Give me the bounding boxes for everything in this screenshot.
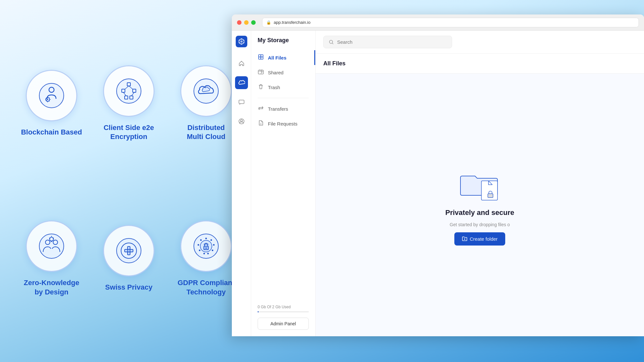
cloud-icon bbox=[193, 78, 219, 104]
create-folder-button[interactable]: Create folder bbox=[454, 232, 506, 246]
empty-illustration bbox=[454, 165, 506, 203]
nav-item-file-requests[interactable]: File Requests bbox=[251, 116, 315, 131]
svg-point-16 bbox=[39, 234, 64, 258]
feature-circle-zeroknowledge bbox=[26, 220, 77, 272]
feature-zeroknowledge: Zero-Knowledgeby Design bbox=[24, 220, 79, 297]
svg-point-31 bbox=[199, 250, 200, 251]
browser-titlebar: 🔒 app.transferchain.io bbox=[232, 14, 644, 31]
svg-rect-41 bbox=[259, 55, 261, 57]
sidebar-home-icon[interactable] bbox=[235, 57, 248, 70]
nav-divider bbox=[258, 98, 309, 98]
traffic-light-red[interactable] bbox=[237, 20, 242, 25]
feature-blockchain: Blockchain Based bbox=[21, 70, 82, 137]
all-files-icon bbox=[258, 54, 264, 61]
svg-point-28 bbox=[212, 250, 213, 251]
app-content: My Storage All Files bbox=[232, 31, 644, 336]
svg-text:GDPR: GDPR bbox=[204, 243, 209, 245]
svg-rect-43 bbox=[259, 57, 261, 59]
gdpr-icon: GDPR bbox=[193, 233, 219, 259]
search-icon bbox=[329, 40, 334, 45]
traffic-light-yellow[interactable] bbox=[244, 20, 249, 25]
transfers-icon bbox=[258, 105, 264, 112]
transfers-svg bbox=[258, 105, 264, 111]
all-files-svg bbox=[258, 54, 264, 60]
admin-panel-button[interactable]: Admin Panel bbox=[258, 318, 309, 330]
all-files-section-header: All Files bbox=[316, 54, 644, 74]
svg-point-40 bbox=[241, 120, 242, 122]
browser-window: 🔒 app.transferchain.io bbox=[232, 14, 644, 336]
nav-label-shared: Shared bbox=[268, 70, 283, 75]
main-content: All Files bbox=[316, 31, 644, 336]
create-folder-icon bbox=[462, 236, 467, 241]
swiss-privacy-icon bbox=[116, 238, 142, 264]
empty-state-svg bbox=[454, 165, 506, 203]
cloud-nav-icon bbox=[238, 80, 245, 86]
feature-label-gdpr: GDPR CompliantTechnology bbox=[177, 278, 234, 297]
create-folder-label: Create folder bbox=[470, 236, 498, 242]
svg-point-29 bbox=[207, 253, 209, 254]
empty-state-title: Privately and secure bbox=[445, 209, 514, 217]
feature-encryption: Client Side e2eEncryption bbox=[103, 65, 155, 142]
empty-state: Privately and secure Get started by drop… bbox=[316, 74, 644, 336]
empty-state-subtitle: Get started by dropping files o bbox=[450, 222, 510, 227]
nav-label-all-files: All Files bbox=[268, 55, 287, 60]
trash-svg bbox=[258, 84, 264, 89]
feature-label-swissprivacy: Swiss Privacy bbox=[105, 283, 153, 292]
nav-item-all-files[interactable]: All Files bbox=[251, 50, 315, 65]
nav-label-file-requests: File Requests bbox=[268, 121, 298, 126]
traffic-light-green[interactable] bbox=[251, 20, 256, 25]
shared-icon bbox=[258, 69, 264, 76]
encryption-icon bbox=[116, 78, 142, 104]
svg-rect-23 bbox=[125, 249, 133, 252]
zeroknowledge-icon bbox=[39, 233, 64, 259]
sidebar-user-icon[interactable] bbox=[235, 115, 248, 128]
storage-bar-fill bbox=[258, 311, 259, 312]
feature-circle-encryption bbox=[103, 65, 155, 117]
feature-circle-swissprivacy bbox=[103, 225, 155, 276]
feature-circle-blockchain bbox=[26, 70, 77, 121]
storage-label: 0 Gb Of 2 Gb Used bbox=[258, 305, 309, 309]
svg-point-26 bbox=[211, 239, 212, 241]
all-files-title: All Files bbox=[323, 60, 346, 67]
svg-point-25 bbox=[205, 238, 207, 239]
feature-circle-multicloud bbox=[180, 65, 232, 117]
storage-bar bbox=[258, 311, 309, 312]
svg-rect-48 bbox=[488, 194, 493, 198]
search-box[interactable] bbox=[323, 36, 452, 48]
feature-swissprivacy: Swiss Privacy bbox=[103, 225, 155, 292]
feature-circle-gdpr: GDPR bbox=[180, 220, 232, 272]
browser-url-bar[interactable]: 🔒 app.transferchain.io bbox=[262, 18, 639, 27]
nav-sidebar: My Storage All Files bbox=[251, 31, 316, 336]
feature-label-zeroknowledge: Zero-Knowledgeby Design bbox=[24, 278, 79, 297]
svg-point-46 bbox=[329, 40, 333, 43]
sidebar-cloud-icon[interactable] bbox=[235, 76, 248, 89]
nav-item-transfers[interactable]: Transfers bbox=[251, 101, 315, 116]
svg-point-30 bbox=[204, 253, 205, 254]
feature-multicloud: DistributedMulti Cloud bbox=[180, 65, 232, 142]
sidebar-chat-icon[interactable] bbox=[235, 96, 248, 108]
nav-item-shared[interactable]: Shared bbox=[251, 65, 315, 80]
file-requests-icon bbox=[258, 120, 264, 127]
svg-point-3 bbox=[47, 99, 48, 100]
trash-icon bbox=[258, 84, 264, 91]
svg-point-32 bbox=[198, 244, 199, 246]
logo-icon bbox=[238, 38, 245, 45]
svg-rect-44 bbox=[261, 57, 263, 59]
main-header bbox=[316, 31, 644, 54]
app-logo[interactable] bbox=[236, 36, 247, 47]
url-text: app.transferchain.io bbox=[274, 20, 310, 25]
shared-svg bbox=[258, 69, 264, 75]
nav-label-trash: Trash bbox=[268, 85, 280, 90]
svg-point-33 bbox=[200, 239, 202, 241]
svg-rect-38 bbox=[239, 100, 244, 104]
nav-item-trash[interactable]: Trash bbox=[251, 80, 315, 95]
svg-point-36 bbox=[205, 247, 207, 249]
chat-icon bbox=[238, 99, 245, 105]
svg-point-27 bbox=[213, 244, 214, 246]
feature-grid: Blockchain Based Client Side e2eEncrypti… bbox=[0, 0, 258, 362]
nav-bottom: 0 Gb Of 2 Gb Used Admin Panel bbox=[251, 305, 315, 330]
feature-gdpr: GDPR GDPR CompliantTechnology bbox=[177, 220, 234, 297]
search-input[interactable] bbox=[337, 39, 447, 45]
feature-label-encryption: Client Side e2eEncryption bbox=[104, 123, 154, 142]
svg-rect-45 bbox=[258, 70, 263, 74]
